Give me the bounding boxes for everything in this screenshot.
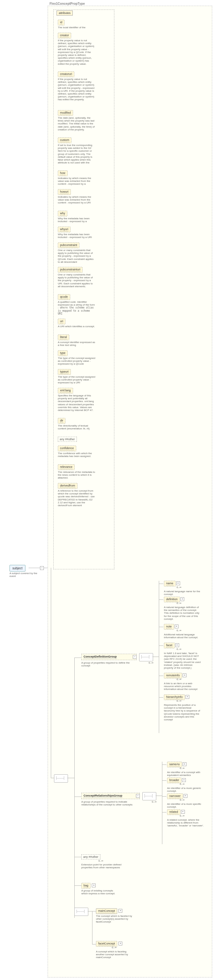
subject-expand[interactable]: − bbox=[40, 566, 44, 570]
el-facet: facet bbox=[164, 643, 175, 648]
subject-desc: A subject covered by the event bbox=[10, 572, 38, 578]
el-sameAs-expand[interactable]: + bbox=[182, 762, 186, 766]
main-concept-element: mainConcept bbox=[96, 908, 117, 914]
crg-desc: A group of properties required to indica… bbox=[81, 800, 135, 806]
attr-relevance: relevance bbox=[58, 464, 75, 470]
bag-seq bbox=[74, 908, 88, 916]
any-element: any ##other bbox=[81, 854, 100, 859]
el-hierarchyInfo-expand[interactable]: + bbox=[186, 695, 189, 699]
el-note: note bbox=[164, 624, 174, 630]
attr-id: id bbox=[58, 20, 64, 25]
attr-modified: modified bbox=[58, 110, 73, 116]
el-broader: broader bbox=[167, 778, 181, 783]
attr-qcode: qcode bbox=[58, 294, 70, 300]
el-facet-expand[interactable]: + bbox=[175, 643, 179, 647]
attr-confidence: confidence bbox=[58, 445, 76, 451]
attr-dir: dir bbox=[58, 418, 66, 424]
el-note-expand[interactable]: + bbox=[175, 625, 179, 628]
attr-typeuri: typeuri bbox=[58, 369, 71, 375]
attr-how: how bbox=[58, 170, 68, 176]
cdg-desc: A group of properties required to define… bbox=[81, 661, 132, 667]
sequence-root bbox=[54, 774, 68, 783]
el-broader-expand[interactable]: + bbox=[182, 778, 186, 782]
attributes-header: attributes bbox=[56, 11, 73, 16]
crg-expand[interactable]: − bbox=[136, 794, 140, 798]
concept-definition-group: ConceptDefinitionGroup bbox=[81, 654, 137, 660]
attr-creatoruri: creatoruri bbox=[58, 72, 74, 77]
el-name-expand[interactable]: + bbox=[176, 581, 180, 585]
attr-pubconstraint: pubconstraint bbox=[58, 242, 79, 248]
attr-literal: literal bbox=[58, 334, 69, 340]
main-concept-expand[interactable]: + bbox=[118, 909, 122, 913]
el-narrower-expand[interactable]: + bbox=[184, 794, 187, 798]
attr-howuri: howuri bbox=[58, 189, 71, 195]
el-name: name bbox=[164, 581, 176, 587]
crg-seq bbox=[142, 792, 156, 800]
attr-creator: creator bbox=[58, 33, 71, 38]
attr-why: why bbox=[58, 211, 67, 216]
facet-concept-expand[interactable]: + bbox=[118, 942, 122, 945]
attr-whyuri: whyuri bbox=[58, 227, 70, 232]
concept-relationships-group: ConceptRelationshipsGroup bbox=[81, 793, 140, 799]
el-related-expand[interactable]: + bbox=[181, 810, 185, 814]
attr-custom: custom bbox=[58, 137, 72, 143]
attr-derivedfrom: derivedfrom bbox=[58, 483, 77, 489]
el-remoteInfo-expand[interactable]: + bbox=[182, 673, 186, 677]
any-attribute: any ##other bbox=[58, 437, 77, 442]
bag-element: bag bbox=[81, 883, 91, 889]
el-related: related bbox=[167, 809, 181, 815]
attr-xml-lang: xml:lang bbox=[58, 388, 73, 393]
type-label: Flex1ConceptPropType bbox=[50, 2, 85, 5]
cdg-expand[interactable]: − bbox=[133, 655, 137, 659]
attr-uri: uri bbox=[58, 319, 66, 325]
subject-element: subject bbox=[10, 565, 26, 571]
el-definition-expand[interactable]: + bbox=[181, 597, 184, 601]
attr-pubconstrainturi: pubconstrainturi bbox=[58, 267, 83, 273]
bag-expand[interactable]: + bbox=[92, 883, 96, 887]
cdg-seq bbox=[139, 653, 153, 661]
attr-type: type bbox=[58, 350, 68, 356]
